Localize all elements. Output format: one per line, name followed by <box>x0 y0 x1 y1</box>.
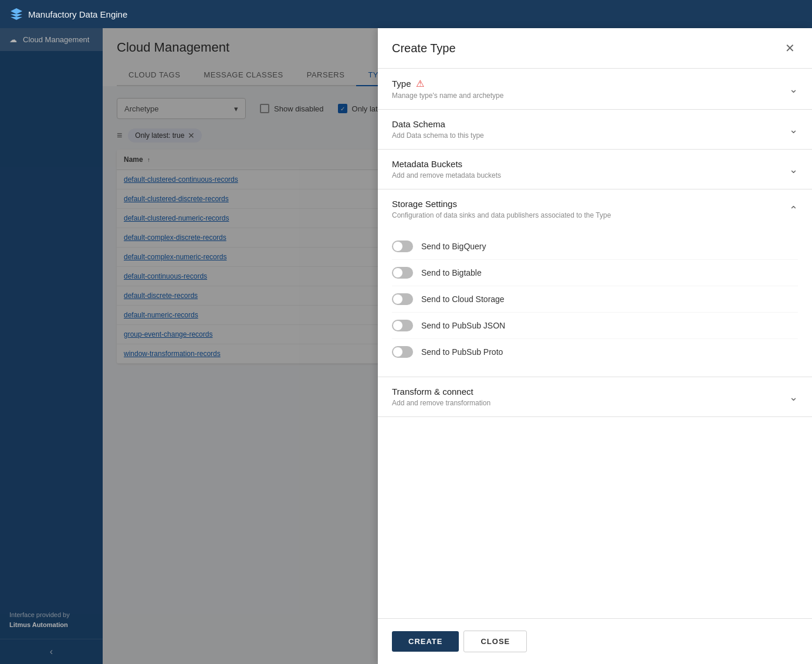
accordion-item-storage-settings: Storage Settings Configuration of data s… <box>378 189 812 377</box>
panel-footer: CREATE CLOSE <box>378 618 812 664</box>
close-button[interactable]: CLOSE <box>463 631 527 652</box>
toggle-label-4: Send to PubSub Proto <box>421 347 503 357</box>
accordion-title-row-metadata-buckets: Metadata Buckets <box>392 159 501 169</box>
accordion-subtitle-data-schema: Add Data schema to this type <box>392 131 484 140</box>
storage-settings-content: Send to BigQuerySend to BigtableSend to … <box>378 229 812 377</box>
accordion-title-transform-connect: Transform & connect <box>392 387 473 397</box>
accordion-title-metadata-buckets: Metadata Buckets <box>392 159 462 169</box>
toggle-row: Send to Bigtable <box>392 260 798 286</box>
toggle-row: Send to PubSub Proto <box>392 339 798 365</box>
toggle-row: Send to Cloud Storage <box>392 286 798 313</box>
main-layout: ☁ Cloud Management Interface provided by… <box>0 28 812 664</box>
app-title: Manufactory Data Engine <box>28 9 127 19</box>
toggle-switch-3[interactable] <box>392 320 413 331</box>
accordion-header-left-type: Type ⚠ Manage type's name and archetype <box>392 78 503 100</box>
accordion-title-type: Type <box>392 79 411 89</box>
panel-body: Type ⚠ Manage type's name and archetype … <box>378 69 812 618</box>
panel-close-button[interactable]: ✕ <box>781 40 798 56</box>
accordion-item-metadata-buckets: Metadata Buckets Add and remove metadata… <box>378 150 812 189</box>
accordion-item-transform-connect: Transform & connect Add and remove trans… <box>378 377 812 417</box>
accordion-title-storage-settings: Storage Settings <box>392 199 457 209</box>
accordion-header-left-transform-connect: Transform & connect Add and remove trans… <box>392 387 490 407</box>
side-panel: Create Type ✕ Type ⚠ Manage type's name … <box>378 28 812 664</box>
toggle-switch-1[interactable] <box>392 267 413 279</box>
accordion-title-row-data-schema: Data Schema <box>392 119 484 129</box>
accordion-subtitle-metadata-buckets: Add and remove metadata buckets <box>392 171 501 179</box>
accordion-header-left-metadata-buckets: Metadata Buckets Add and remove metadata… <box>392 159 501 179</box>
toggle-label-1: Send to Bigtable <box>421 268 482 277</box>
accordion-item-data-schema: Data Schema Add Data schema to this type… <box>378 110 812 150</box>
toggle-label-2: Send to Cloud Storage <box>421 294 505 304</box>
chevron-type: ⌄ <box>789 83 798 96</box>
toggle-switch-4[interactable] <box>392 346 413 358</box>
toggle-label-0: Send to BigQuery <box>421 242 486 251</box>
logo-icon <box>9 7 23 21</box>
toggle-label-3: Send to PubSub JSON <box>421 321 505 330</box>
toggle-switch-2[interactable] <box>392 293 413 305</box>
accordion-subtitle-transform-connect: Add and remove transformation <box>392 399 490 407</box>
app-logo: Manufactory Data Engine <box>9 7 127 21</box>
overlay: Create Type ✕ Type ⚠ Manage type's name … <box>0 28 812 664</box>
accordion-header-left-storage-settings: Storage Settings Configuration of data s… <box>392 199 611 219</box>
accordion-header-storage-settings[interactable]: Storage Settings Configuration of data s… <box>378 189 812 229</box>
accordion-header-metadata-buckets[interactable]: Metadata Buckets Add and remove metadata… <box>378 150 812 189</box>
accordion-item-type: Type ⚠ Manage type's name and archetype … <box>378 69 812 110</box>
toggle-row: Send to BigQuery <box>392 233 798 260</box>
accordion-header-type[interactable]: Type ⚠ Manage type's name and archetype … <box>378 69 812 109</box>
chevron-transform-connect: ⌄ <box>789 391 798 404</box>
chevron-metadata-buckets: ⌄ <box>789 163 798 176</box>
toggle-switch-0[interactable] <box>392 240 413 252</box>
chevron-storage-settings: ⌄ <box>789 203 798 216</box>
top-nav: Manufactory Data Engine <box>0 0 812 28</box>
panel-header: Create Type ✕ <box>378 28 812 69</box>
accordion-subtitle-storage-settings: Configuration of data sinks and data pub… <box>392 211 611 219</box>
chevron-data-schema: ⌄ <box>789 123 798 136</box>
accordion-title-row-storage-settings: Storage Settings <box>392 199 611 209</box>
create-button[interactable]: CREATE <box>392 631 459 652</box>
accordion-header-left-data-schema: Data Schema Add Data schema to this type <box>392 119 484 140</box>
accordion-title-row-transform-connect: Transform & connect <box>392 387 490 397</box>
warning-icon-type: ⚠ <box>416 78 424 89</box>
accordion-header-transform-connect[interactable]: Transform & connect Add and remove trans… <box>378 377 812 416</box>
accordion-header-data-schema[interactable]: Data Schema Add Data schema to this type… <box>378 110 812 149</box>
accordion-subtitle-type: Manage type's name and archetype <box>392 92 503 100</box>
accordion-title-data-schema: Data Schema <box>392 119 445 129</box>
toggle-row: Send to PubSub JSON <box>392 313 798 339</box>
panel-title: Create Type <box>392 42 456 55</box>
accordion-title-row-type: Type ⚠ <box>392 78 503 89</box>
